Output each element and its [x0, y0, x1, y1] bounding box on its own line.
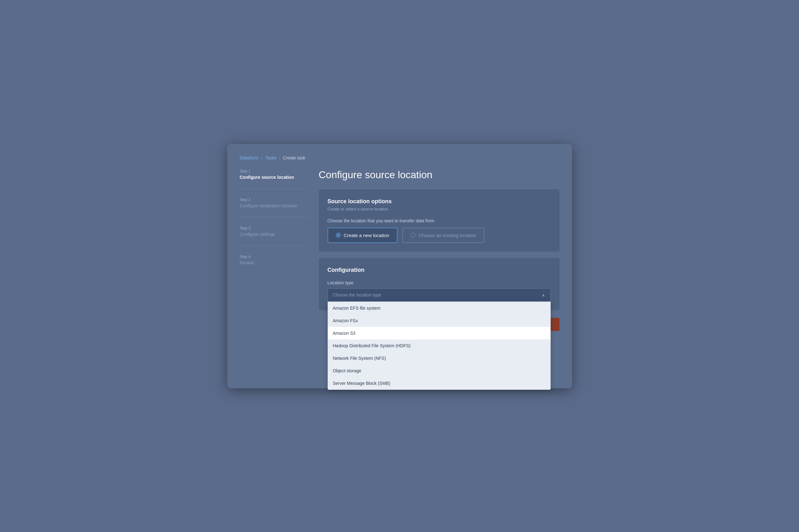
dropdown-item-object[interactable]: Object storage — [328, 364, 550, 377]
location-type-label: Location type — [328, 280, 551, 285]
choose-existing-label: Choose an existing location — [419, 233, 476, 238]
sidebar-step-4: Step 4 Review — [240, 254, 309, 274]
dropdown-item-fsx[interactable]: Amazon FSx — [328, 315, 550, 327]
step-1-label: Step 1 — [240, 169, 309, 173]
location-type-dropdown-wrapper: Choose the location type ▲ Amazon EFS fi… — [328, 288, 551, 302]
breadcrumb-datasync[interactable]: DataSync — [240, 155, 259, 160]
source-options-title: Source location options — [328, 198, 551, 205]
dropdown-item-efs[interactable]: Amazon EFS file system — [328, 302, 550, 315]
radio-options-group: Create a new location Choose an existing… — [328, 228, 551, 243]
sidebar-step-1: Step 1 Configure source location — [240, 169, 309, 189]
step-2-label: Step 2 — [240, 197, 309, 202]
breadcrumb-create-task: Create task — [283, 155, 305, 160]
create-new-location-option[interactable]: Create a new location — [328, 228, 397, 243]
main-window: DataSync › Tasks › Create task Step 1 Co… — [227, 144, 572, 388]
breadcrumb: DataSync › Tasks › Create task — [240, 155, 560, 160]
radio-new-circle — [336, 233, 341, 238]
create-new-label: Create a new location — [344, 233, 389, 238]
config-title: Configuration — [328, 267, 551, 273]
dropdown-item-s3[interactable]: Amazon S3 — [328, 327, 550, 339]
dropdown-item-smb[interactable]: Server Message Block (SMB) — [328, 377, 550, 390]
sidebar-step-3: Step 3 Configure settings — [240, 226, 309, 246]
radio-existing-circle — [411, 233, 416, 238]
dropdown-placeholder: Choose the location type — [333, 292, 381, 298]
breadcrumb-tasks[interactable]: Tasks — [265, 155, 276, 160]
location-options-label: Choose the location that you want to tra… — [328, 218, 551, 223]
sidebar: Step 1 Configure source location Step 2 … — [240, 169, 309, 331]
step-4-label: Step 4 — [240, 254, 309, 259]
page-title: Configure source location — [319, 169, 560, 181]
source-options-subtitle: Create or select a source location — [328, 207, 551, 211]
source-options-card: Source location options Create or select… — [319, 189, 560, 252]
dropdown-menu: Amazon EFS file system Amazon FSx Amazon… — [328, 302, 551, 390]
configuration-card: Configuration Location type Choose the l… — [319, 258, 560, 310]
location-type-dropdown[interactable]: Choose the location type ▲ — [328, 288, 551, 302]
choose-existing-location-option[interactable]: Choose an existing location — [402, 228, 484, 243]
step-3-label: Step 3 — [240, 226, 309, 230]
step-4-name: Review — [240, 260, 309, 265]
main-content: Configure source location Source locatio… — [319, 169, 560, 331]
step-2-name: Configure destination location — [240, 203, 309, 208]
page-layout: Step 1 Configure source location Step 2 … — [240, 169, 560, 331]
breadcrumb-sep-1: › — [261, 155, 263, 160]
dropdown-item-nfs[interactable]: Network File System (NFS) — [328, 352, 550, 364]
sidebar-step-2: Step 2 Configure destination location — [240, 197, 309, 217]
breadcrumb-sep-2: › — [279, 155, 280, 160]
dropdown-item-hdfs[interactable]: Hadoop Distributed File System (HDFS) — [328, 339, 550, 352]
dropdown-arrow-icon: ▲ — [542, 293, 545, 297]
step-3-name: Configure settings — [240, 232, 309, 237]
step-1-name: Configure source location — [240, 175, 309, 180]
